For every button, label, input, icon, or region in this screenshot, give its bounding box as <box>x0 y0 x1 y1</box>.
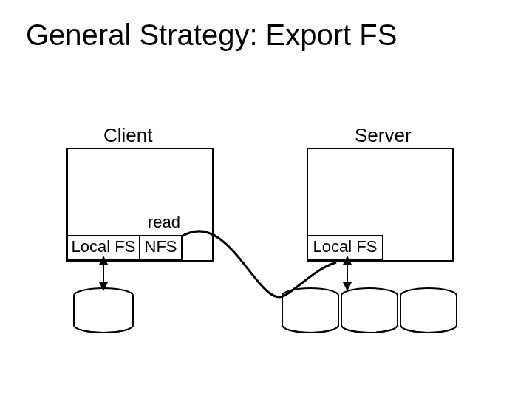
server-disk-2-icon <box>341 288 398 332</box>
client-label: Client <box>103 124 152 147</box>
server-local-fs-cell: Local FS <box>307 235 383 260</box>
svg-point-3 <box>400 288 457 303</box>
server-disk-3-icon <box>400 288 457 332</box>
server-disk-1-icon <box>282 288 338 332</box>
client-disk-icon <box>74 288 133 332</box>
slide: General Strategy: Export FS Client Local… <box>0 0 532 399</box>
svg-point-1 <box>282 288 338 303</box>
client-nfs-cell: NFS <box>139 235 183 260</box>
slide-title: General Strategy: Export FS <box>26 18 397 52</box>
read-annotation: read <box>148 213 180 232</box>
client-local-fs-cell: Local FS <box>66 235 140 260</box>
server-label: Server <box>355 124 412 147</box>
svg-point-2 <box>341 288 398 303</box>
svg-point-0 <box>74 288 133 303</box>
